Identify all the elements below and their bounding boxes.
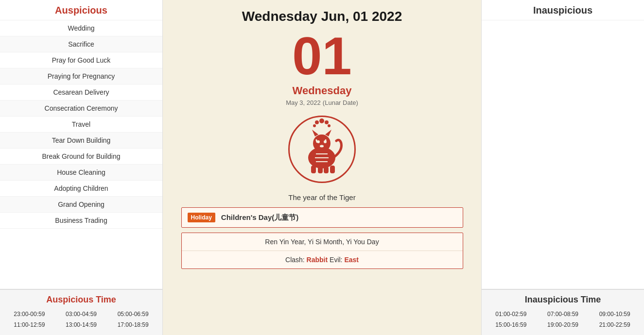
list-item: Travel [0,117,162,133]
page-title: Wednesday Jun, 01 2022 [242,0,402,29]
auspicious-time-grid: 23:00-00:5903:00-04:5905:00-06:5911:00-1… [4,310,158,329]
svg-point-18 [328,124,331,127]
time-cell: 01:00-02:59 [486,310,537,318]
inauspicious-time-section: Inauspicious Time 01:00-02:5907:00-08:59… [482,289,644,335]
inauspicious-time-header: Inauspicious Time [486,295,640,305]
list-item: Break Ground for Building [0,149,162,165]
list-item: Grand Opening [0,197,162,213]
list-item: Sacrifice [0,36,162,52]
svg-point-7 [320,145,324,148]
list-item: House Cleaning [0,165,162,181]
svg-rect-10 [311,166,316,173]
clash-label: Clash: [285,256,305,264]
time-cell: 21:00-22:59 [589,320,640,329]
time-cell: 05:00-06:59 [107,310,158,318]
day-number: 01 [292,29,351,83]
inauspicious-list [482,20,644,289]
weekday-label: Wednesday [293,84,352,97]
tiger-zodiac-icon [287,114,357,184]
holiday-badge: Holiday [188,213,215,222]
lunar-label: (Lunar Date) [323,99,358,106]
svg-rect-13 [330,166,335,173]
clash-value: Rabbit [307,256,328,264]
time-cell: 13:00-14:59 [56,320,107,329]
svg-marker-3 [312,130,318,136]
list-item: Pray for Good Luck [0,52,162,68]
center-panel: Wednesday Jun, 01 2022 01 Wednesday May … [163,0,481,335]
time-cell: 17:00-18:59 [107,320,158,329]
zodiac-label: The year of the Tiger [288,193,355,201]
svg-rect-12 [324,167,329,173]
time-cell: 19:00-20:59 [538,320,589,329]
holiday-name: Children's Day(儿童节) [221,213,298,222]
list-item: Tear Down Building [0,133,162,149]
auspicious-time-header: Auspicious Time [4,295,158,305]
auspicious-header: Auspicious [0,0,162,20]
lunar-date: May 3, 2022 (Lunar Date) [286,98,358,106]
svg-point-16 [325,120,329,124]
auspicious-list: WeddingSacrificePray for Good LuckPrayin… [0,20,162,289]
list-item: Praying for Pregnancy [0,68,162,84]
solar-date: May 3, 2022 [286,99,321,106]
time-cell: 03:00-04:59 [56,310,107,318]
svg-point-15 [315,120,319,124]
svg-rect-11 [318,167,323,173]
zodiac-container [287,114,357,186]
list-item: Consecration Ceremony [0,100,162,117]
list-item: Adopting Children [0,181,162,197]
inauspicious-header: Inauspicious [482,0,644,20]
clash-row: Clash: Rabbit Evil: East [182,251,463,268]
time-cell: 11:00-12:59 [4,320,55,329]
time-cell: 07:00-08:59 [538,310,589,318]
svg-point-17 [313,124,316,127]
time-cell: 23:00-00:59 [4,310,55,318]
left-panel: Auspicious WeddingSacrificePray for Good… [0,0,163,335]
evil-value: East [344,256,359,264]
inauspicious-time-grid: 01:00-02:5907:00-08:5909:00-10:5915:00-1… [486,310,640,329]
svg-marker-4 [325,130,331,136]
list-item: Business Trading [0,213,162,229]
list-item: Cesarean Delivery [0,84,162,100]
svg-point-2 [313,134,331,152]
auspicious-time-section: Auspicious Time 23:00-00:5903:00-04:5905… [0,289,162,335]
list-item: Wedding [0,20,162,36]
right-panel: Inauspicious Inauspicious Time 01:00-02:… [481,0,644,335]
info-box: Ren Yin Year, Yi Si Month, Yi You Day Cl… [181,233,463,269]
svg-point-14 [319,118,324,123]
holiday-row: Holiday Children's Day(儿童节) [181,207,463,228]
calendar-info: Ren Yin Year, Yi Si Month, Yi You Day [182,233,463,251]
time-cell: 15:00-16:59 [486,320,537,329]
evil-static: Evil: [330,256,344,264]
time-cell: 09:00-10:59 [589,310,640,318]
